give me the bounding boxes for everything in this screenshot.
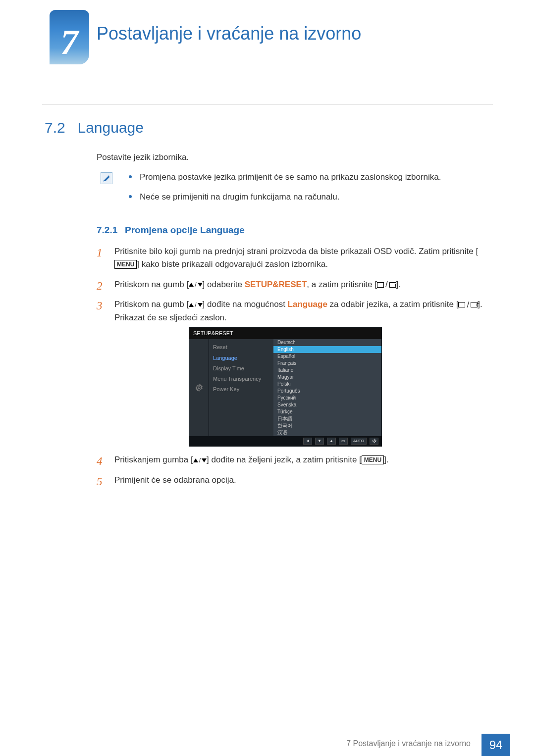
menu-button-label: MENU	[114, 260, 137, 269]
divider	[42, 104, 493, 104]
osd-language-item: Français	[273, 360, 381, 367]
step-text: Primijenit će se odabrana opcija.	[114, 475, 236, 485]
osd-menu-item-selected: Language	[211, 353, 271, 363]
step-text: Pritiskom na gumb [	[114, 300, 189, 309]
step-text: Pritiskom na gumb [	[114, 280, 189, 289]
osd-language-item: Português	[273, 388, 381, 395]
gear-icon	[189, 339, 209, 436]
osd-menu-item: Menu Transparency	[211, 374, 271, 384]
step-3: 3 Pritiskom na gumb [/] dođite na mogućn…	[97, 298, 490, 447]
step-1: 1 Pritisnite bilo koji gumb na prednjoj …	[97, 245, 490, 271]
osd-down-icon: ▼	[315, 438, 324, 445]
osd-language-list: DeutschEnglishEspañolFrançaisItalianoMag…	[273, 339, 381, 436]
osd-language-item: Polski	[273, 381, 381, 388]
step-text: ] dođite na mogućnost	[203, 300, 288, 309]
osd-language-item: Русский	[273, 395, 381, 402]
step-text: , a zatim pritisnite [	[307, 280, 377, 289]
highlight: SETUP&RESET	[245, 280, 307, 289]
osd-menu-item: Display Time	[211, 363, 271, 374]
page-footer: 7 Postavljanje i vraćanje na izvorno 94	[0, 734, 535, 756]
intro-text: Postavite jezik izbornika.	[97, 151, 189, 164]
page-number: 94	[482, 734, 510, 756]
section-heading: 7.2 Language	[45, 116, 144, 140]
svg-point-3	[198, 387, 200, 389]
osd-language-item: 汉语	[273, 429, 381, 436]
step-number: 4	[97, 453, 103, 470]
updown-icon: /	[189, 301, 202, 310]
source-enter-icon: /	[458, 299, 478, 311]
osd-menu-item: Reset	[211, 342, 271, 353]
chapter-tab: 7	[50, 10, 89, 64]
step-text: ].	[396, 280, 401, 289]
step-number: 2	[97, 277, 103, 295]
step-text: ] odaberite	[203, 280, 245, 289]
step-text: ].	[384, 455, 388, 464]
step-5: 5 Primijenit će se odabrana opcija.	[97, 474, 490, 487]
osd-title: SETUP&RESET	[189, 328, 381, 339]
updown-icon: /	[189, 280, 202, 290]
note-item: Neće se primijeniti na drugim funkcijama…	[129, 191, 490, 203]
osd-auto-label: AUTO	[351, 438, 367, 445]
section-number: 7.2	[45, 119, 65, 136]
step-text: Pritiskanjem gumba [	[114, 455, 193, 464]
osd-language-item: English	[273, 346, 381, 353]
footer-text: 7 Postavljanje i vraćanje na izvorno	[346, 738, 471, 750]
menu-button-label: MENU	[362, 455, 384, 464]
step-number: 1	[97, 244, 103, 262]
step-4: 4 Pritiskanjem gumba [/] dođite na želje…	[97, 454, 490, 466]
osd-language-item: Deutsch	[273, 339, 381, 346]
osd-footer: ◄ ▼ ▲ ▭ AUTO ⏻	[189, 436, 381, 446]
osd-screenshot: SETUP&RESET Reset Language	[189, 327, 382, 447]
note-item: Promjena postavke jezika primijenit će s…	[129, 171, 490, 184]
subsection-number: 7.2.1	[97, 225, 117, 235]
osd-language-item: Italiano	[273, 367, 381, 374]
osd-language-item: Svenska	[273, 402, 381, 408]
highlight: Language	[288, 300, 327, 309]
step-number: 3	[97, 297, 103, 315]
osd-power-icon: ⏻	[370, 438, 378, 445]
osd-language-item: Español	[273, 353, 381, 360]
chapter-number: 7	[60, 15, 78, 70]
step-text: za odabir jezika, a zatim pritisnite [	[327, 300, 459, 309]
osd-enter-icon: ▭	[339, 438, 348, 445]
chapter-title: Postavljanje i vraćanje na izvorno	[97, 20, 361, 48]
osd-menu-item: Power Key	[211, 384, 271, 395]
step-number: 5	[97, 473, 103, 491]
step-text: ] dođite na željeni jezik, a zatim priti…	[207, 455, 362, 464]
step-text: ] kako biste prikazali odgovarajući zasl…	[137, 259, 328, 269]
note-list: Promjena postavke jezika primijenit će s…	[129, 171, 490, 211]
steps-list: 1 Pritisnite bilo koji gumb na prednjoj …	[97, 245, 490, 494]
osd-language-item: Türkçe	[273, 408, 381, 415]
osd-language-item: 日本語	[273, 415, 381, 422]
source-enter-icon: /	[377, 278, 396, 291]
section-title: Language	[77, 119, 143, 136]
note-icon	[101, 172, 112, 184]
updown-icon: /	[193, 456, 207, 465]
subsection-title: Promjena opcije Language	[125, 225, 245, 235]
osd-menu: Reset Language Display Time Menu Transpa…	[209, 339, 273, 436]
osd-up-icon: ▲	[327, 438, 336, 445]
osd-language-item: Magyar	[273, 374, 381, 381]
step-text: Pritisnite bilo koji gumb na prednjoj st…	[114, 247, 478, 256]
step-2: 2 Pritiskom na gumb [/] odaberite SETUP&…	[97, 278, 490, 292]
subsection-heading: 7.2.1 Promjena opcije Language	[97, 223, 245, 237]
osd-left-icon: ◄	[303, 438, 312, 445]
osd-language-item: 한국어	[273, 422, 381, 429]
